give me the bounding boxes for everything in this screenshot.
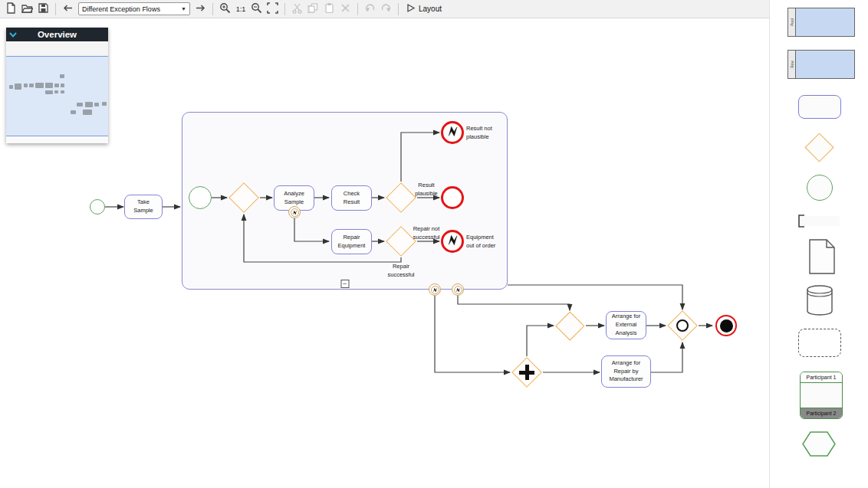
delete-x-icon	[340, 2, 351, 16]
diagram-select-value: Different Exception Flows	[82, 5, 160, 13]
toolbar: Different Exception Flows▼1:1Layout	[0, 0, 769, 18]
sequence-flow-15[interactable]	[435, 296, 510, 372]
minimap-shape	[60, 74, 64, 78]
label-result-not-plausible: Result not plausible	[466, 125, 503, 141]
fit-screen-button[interactable]	[265, 2, 280, 17]
collapse-marker-icon[interactable]: −	[340, 280, 349, 288]
boundary-error-analyze-sample[interactable]	[288, 206, 301, 218]
error-bolt-icon	[455, 283, 462, 296]
sequence-flow-13[interactable]	[458, 296, 570, 310]
palette-item-pool[interactable]: Pool	[787, 8, 855, 37]
boundary-error-subprocess-2[interactable]	[452, 283, 464, 296]
open-button[interactable]	[20, 2, 35, 17]
zoom-one-to-one-button-label: 1:1	[236, 5, 246, 13]
minimap-shape	[94, 103, 99, 106]
palette-item-gateway[interactable]	[809, 137, 830, 158]
paste-icon	[324, 2, 335, 16]
palette-item-event[interactable]	[807, 175, 833, 201]
error-bolt-icon	[445, 232, 461, 251]
overview-margin-bottom	[6, 136, 108, 143]
copy-button[interactable]	[306, 2, 321, 17]
undo-button[interactable]	[363, 2, 377, 17]
minimap-shape	[102, 102, 107, 106]
minimap-shape	[29, 84, 34, 87]
prev-diagram-button[interactable]	[61, 2, 75, 17]
sequence-flow-16[interactable]	[527, 326, 554, 356]
save-button[interactable]	[36, 2, 51, 17]
end-event-result-plausible[interactable]	[441, 186, 464, 209]
palette-item-lane[interactable]: Row	[787, 50, 855, 79]
minimap-shape	[45, 83, 53, 88]
zoom-out-button[interactable]	[249, 2, 264, 17]
end-event-equipment-out-of-order[interactable]	[441, 230, 464, 253]
inner-ring	[291, 208, 299, 217]
palette-item-group[interactable]	[798, 329, 841, 357]
task-repair-equipment[interactable]: Repair Equipment	[331, 229, 372, 254]
palette-item-participants[interactable]: Participant 1Participant 2	[800, 372, 843, 419]
sequence-flow-14[interactable]	[508, 285, 682, 310]
zoom-in-button[interactable]	[218, 2, 232, 17]
parallel-plus-icon	[511, 357, 542, 388]
overview-title: Overview	[20, 30, 94, 39]
palette-item-conversation[interactable]	[802, 431, 836, 460]
save-icon	[38, 2, 49, 16]
gateway-exclusive-1[interactable]	[229, 182, 259, 213]
zoom-in-icon	[219, 2, 231, 16]
task-check-result[interactable]: Check Result	[331, 185, 372, 211]
new-file-icon	[5, 2, 17, 16]
gateway-parallel[interactable]	[511, 357, 542, 388]
delete-button[interactable]	[338, 2, 353, 17]
minimap-shape	[15, 84, 21, 90]
minimap-shape	[35, 83, 44, 88]
next-diagram-button[interactable]	[193, 2, 208, 17]
palette-item-text-annotation[interactable]	[798, 215, 841, 231]
subprocess-start-event[interactable]	[189, 186, 212, 209]
end-event-result-not-plausible[interactable]	[441, 121, 464, 144]
chevron-down-icon: ▼	[181, 6, 186, 11]
layout-button-label: Layout	[419, 5, 442, 13]
chevron-down-icon[interactable]	[6, 32, 20, 38]
participant-2-label: Participant 2	[801, 408, 842, 418]
minimap-shape	[54, 90, 58, 93]
error-bolt-icon	[445, 123, 461, 142]
minimap-shape	[54, 84, 59, 87]
gateway-exclusive-4[interactable]	[555, 311, 584, 340]
inner-ring	[454, 286, 462, 294]
palette-item-data-store[interactable]	[807, 285, 833, 319]
terminate-core	[720, 319, 733, 332]
diagram-canvas[interactable]: −Take SampleAnalyze SampleCheck ResultRe…	[0, 0, 769, 488]
gateway-diamond	[229, 182, 259, 213]
cut-button[interactable]	[290, 2, 304, 17]
overview-margin-top	[6, 41, 108, 56]
toolbar-separator	[398, 3, 399, 15]
minimap-shape	[61, 90, 64, 93]
redo-icon	[380, 2, 392, 16]
new-file-button[interactable]	[4, 2, 18, 17]
end-event-terminate[interactable]	[715, 315, 737, 336]
inner-ring	[431, 286, 439, 294]
task-take-sample[interactable]: Take Sample	[124, 195, 163, 219]
task-arrange-external-analysis[interactable]: Arrange for External Analysis	[606, 311, 646, 339]
task-arrange-repair-manufacturer[interactable]: Arrange for Repair by Manufacturer	[601, 355, 651, 388]
open-folder-icon	[21, 2, 33, 16]
palette-item-data-object[interactable]	[809, 239, 835, 277]
boundary-error-subprocess-1[interactable]	[429, 283, 441, 296]
redo-button[interactable]	[379, 2, 393, 17]
palette-item-task[interactable]	[798, 95, 841, 119]
error-bolt-icon	[291, 205, 298, 219]
sequence-flow-20[interactable]	[651, 342, 682, 372]
gateway-diamond	[555, 311, 584, 340]
overview-panel[interactable]: Overview	[6, 28, 108, 143]
overview-viewport[interactable]	[6, 56, 108, 136]
minimap-shape	[83, 110, 92, 115]
toolbar-separator	[357, 3, 358, 15]
cut-icon	[291, 2, 303, 16]
zoom-one-to-one-button[interactable]: 1:1	[234, 2, 248, 17]
layout-button[interactable]: Layout	[403, 2, 443, 17]
arrow-left-icon	[62, 2, 74, 16]
paste-button[interactable]	[322, 2, 337, 17]
start-event[interactable]	[90, 199, 105, 215]
gateway-inclusive[interactable]	[667, 310, 698, 341]
diagram-select[interactable]: Different Exception Flows▼	[78, 2, 190, 15]
overview-header[interactable]: Overview	[6, 28, 108, 41]
